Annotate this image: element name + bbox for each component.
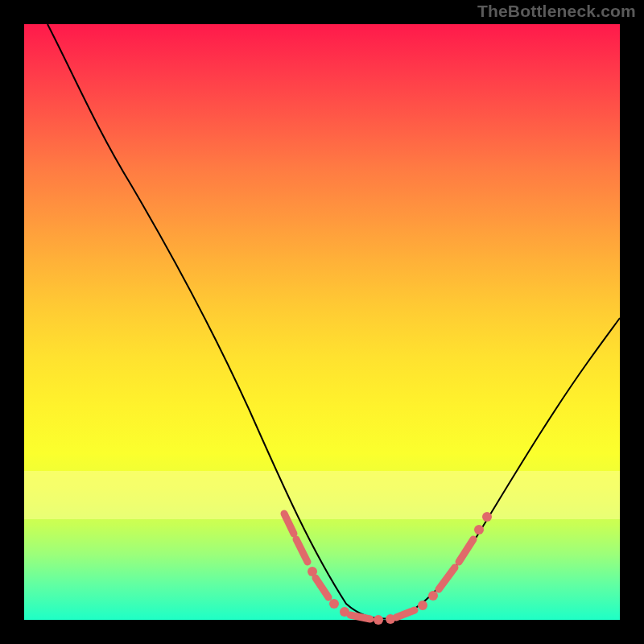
data-seg [284,514,294,534]
data-point [418,601,427,610]
data-seg [316,578,328,597]
data-point [428,591,438,601]
data-point [474,525,484,535]
data-point [482,512,492,522]
watermark-text: TheBottleneck.com [477,2,636,21]
data-point [329,599,339,609]
data-points-group [284,512,492,625]
bottleneck-curve [47,24,620,619]
data-seg [396,610,415,617]
data-seg [296,539,308,562]
data-seg [350,615,370,619]
data-seg [459,539,473,562]
plot-area [24,24,620,620]
data-seg [439,568,455,589]
chart-frame: TheBottleneck.com [0,0,644,644]
plot-svg [24,24,620,620]
data-point [374,615,383,625]
